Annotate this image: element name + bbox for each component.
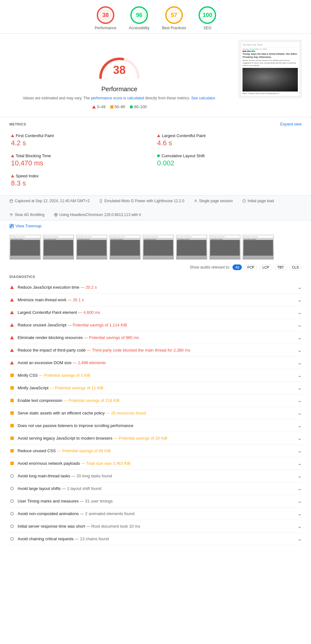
- svg-rect-16: [11, 226, 14, 228]
- audit-item-5[interactable]: Reduce the impact of third-party code — …: [9, 344, 302, 357]
- audit-item-12[interactable]: Avoid serving legacy JavaScript to moder…: [9, 432, 302, 445]
- metric-fcp: First Contentful Paint 4.2 s: [9, 130, 156, 150]
- metric-lcp-icon: [157, 134, 160, 137]
- expand-view-link[interactable]: Expand view: [280, 122, 302, 126]
- audit-text: Reduce the impact of third-party code — …: [18, 348, 294, 353]
- audit-detail-text: — Potential savings of 11 KiB: [50, 386, 103, 390]
- audit-icon-circle-gray: [10, 537, 14, 541]
- svg-rect-12: [10, 224, 11, 226]
- audit-item-1[interactable]: Minimize main-thread work — 26.1 s ⌄: [9, 294, 302, 306]
- audit-text: Minify CSS — Potential savings of 5 KiB: [18, 373, 294, 378]
- audit-icon-container: [9, 286, 14, 289]
- audit-item-18[interactable]: Avoid non-composited animations — 2 anim…: [9, 508, 302, 520]
- audit-text: Minify JavaScript — Potential savings of…: [18, 386, 294, 390]
- chevron-down-icon: ⌄: [294, 423, 302, 429]
- audit-main-text: Does not use passive listeners to improv…: [18, 423, 134, 428]
- audit-item-13[interactable]: Reduce unused CSS — Potential savings of…: [9, 445, 302, 457]
- calendar-icon: [9, 199, 13, 203]
- audit-item-6[interactable]: Avoid an excessive DOM size — 2,498 elem…: [9, 357, 302, 369]
- audit-item-0[interactable]: Reduce JavaScript execution time — 20.2 …: [9, 281, 302, 294]
- audit-main-text: Serve static assets with an efficient ca…: [18, 411, 105, 415]
- perf-score-link[interactable]: performance score is calculated: [91, 96, 144, 100]
- audit-main-text: Avoid serving legacy JavaScript to moder…: [18, 436, 112, 441]
- screenshot-frame: The New York Times Sunday, September 12,…: [239, 40, 302, 98]
- audit-main-text: Reduce the impact of third-party code: [18, 348, 86, 353]
- audit-detail-text: — Potential savings of 980 ms: [84, 335, 139, 340]
- audit-text: Serve static assets with an efficient ca…: [18, 411, 294, 415]
- audit-icon-triangle-red: [10, 348, 14, 352]
- audit-main-text: Largest Contentful Paint element: [18, 310, 77, 315]
- audit-main-text: Reduce unused CSS: [18, 448, 56, 453]
- audit-item-17[interactable]: User Timing marks and measures — 31 user…: [9, 495, 302, 508]
- audit-item-4[interactable]: Eliminate render-blocking resources — Po…: [9, 331, 302, 344]
- score-seo[interactable]: 100 SEO: [199, 6, 216, 30]
- audit-icon-triangle-red: [10, 323, 14, 327]
- audit-item-7[interactable]: Minify CSS — Potential savings of 5 KiB …: [9, 369, 302, 382]
- filter-btn-all[interactable]: All: [232, 264, 242, 270]
- audit-icon-container: [9, 348, 14, 352]
- audit-item-10[interactable]: Serve static assets with an efficient ca…: [9, 407, 302, 419]
- audit-detail-text: — Total size was 3,463 KiB: [81, 461, 130, 466]
- metric-si-label: Speed Index: [11, 174, 154, 178]
- audit-main-text: Initial server response time was short: [18, 524, 85, 529]
- audit-icon-square-orange: [10, 462, 14, 465]
- audit-icon-square-orange: [10, 449, 14, 452]
- filter-btn-cls[interactable]: CLS: [289, 264, 302, 270]
- legend-green-icon: [130, 105, 133, 108]
- audit-icon-container: [9, 424, 14, 427]
- audit-item-2[interactable]: Largest Contentful Paint element — 4,600…: [9, 306, 302, 319]
- audit-main-text: Avoid an excessive DOM size: [18, 360, 72, 365]
- audit-item-15[interactable]: Avoid long main-thread tasks — 20 long t…: [9, 470, 302, 482]
- filter-btn-lcp[interactable]: LCP: [259, 264, 272, 270]
- audit-detail-text: — 31 user timings: [80, 499, 113, 503]
- audit-item-16[interactable]: Avoid large layout shifts — 1 layout shi…: [9, 482, 302, 495]
- score-best-practices[interactable]: 57 Best Practices: [162, 6, 186, 30]
- metric-fcp-value: 4.2 s: [11, 139, 154, 147]
- main-content: 38 Performance Values are estimated and …: [0, 34, 311, 115]
- chevron-down-icon: ⌄: [294, 397, 302, 403]
- filter-btn-fcp[interactable]: FCP: [244, 264, 257, 270]
- audit-icon-circle-gray: [10, 474, 14, 478]
- thumbnail-7: The New York Times Trump Says He Had...: [209, 235, 241, 260]
- audit-item-9[interactable]: Enable text compression — Potential savi…: [9, 394, 302, 407]
- audit-text: Avoid serving legacy JavaScript to moder…: [18, 436, 294, 441]
- score-performance[interactable]: 38 Performance: [95, 6, 117, 30]
- audit-item-11[interactable]: Does not use passive listeners to improv…: [9, 419, 302, 432]
- thumbnail-8: The New York Times Trump Says He Had...: [243, 235, 274, 260]
- audit-main-text: Minify JavaScript: [18, 386, 48, 390]
- info-throttling: Slow 4G throttling: [9, 213, 45, 217]
- audit-main-text: Avoid long main-thread tasks: [18, 474, 70, 478]
- treemap-icon: [9, 224, 14, 228]
- filter-btn-tbt[interactable]: TBT: [275, 264, 287, 270]
- audit-detail-text: — 20.2 s: [80, 285, 97, 290]
- audit-item-14[interactable]: Avoid enormous network payloads — Total …: [9, 457, 302, 470]
- audit-icon-square-orange: [10, 436, 14, 440]
- audit-icon-triangle-red: [10, 336, 14, 339]
- audit-text: Avoid enormous network payloads — Total …: [18, 461, 294, 466]
- audit-text: Initial server response time was short —…: [18, 524, 294, 529]
- chevron-down-icon: ⌄: [294, 309, 302, 315]
- audit-icon-container: [9, 499, 14, 503]
- audit-main-text: Avoid enormous network payloads: [18, 461, 80, 466]
- chevron-down-icon: ⌄: [294, 297, 302, 303]
- legend-orange-icon: [110, 105, 113, 108]
- audit-icon-square-orange: [10, 374, 14, 377]
- score-accessibility[interactable]: 96 Accessibility: [129, 6, 149, 30]
- chevron-down-icon: ⌄: [294, 322, 302, 328]
- treemap-link[interactable]: View Treemap: [9, 224, 302, 228]
- audit-item-3[interactable]: Reduce unused JavaScript — Potential sav…: [9, 319, 302, 331]
- metric-fcp-icon: [11, 134, 14, 137]
- thumbnail-3: The New York Times Trump Says He Had...: [76, 235, 107, 260]
- audit-item-8[interactable]: Minify JavaScript — Potential savings of…: [9, 382, 302, 394]
- audit-detail-text: — Third-party code blocked the main thre…: [87, 348, 190, 353]
- metric-lcp-value: 4.6 s: [157, 139, 300, 147]
- see-calculator-link[interactable]: See calculator.: [191, 96, 216, 100]
- filter-label: Show audits relevant to:: [190, 265, 230, 269]
- metric-si: Speed Index 8.3 s: [9, 170, 156, 191]
- audit-item-20[interactable]: Avoid chaining critical requests — 13 ch…: [9, 533, 302, 545]
- audit-text: Reduce unused JavaScript — Potential sav…: [18, 323, 294, 327]
- legend-fail: 0–49: [92, 105, 106, 109]
- audit-item-19[interactable]: Initial server response time was short —…: [9, 520, 302, 533]
- audit-text: Avoid chaining critical requests — 13 ch…: [18, 536, 294, 541]
- audit-detail-text: — 13 chains found: [75, 536, 109, 541]
